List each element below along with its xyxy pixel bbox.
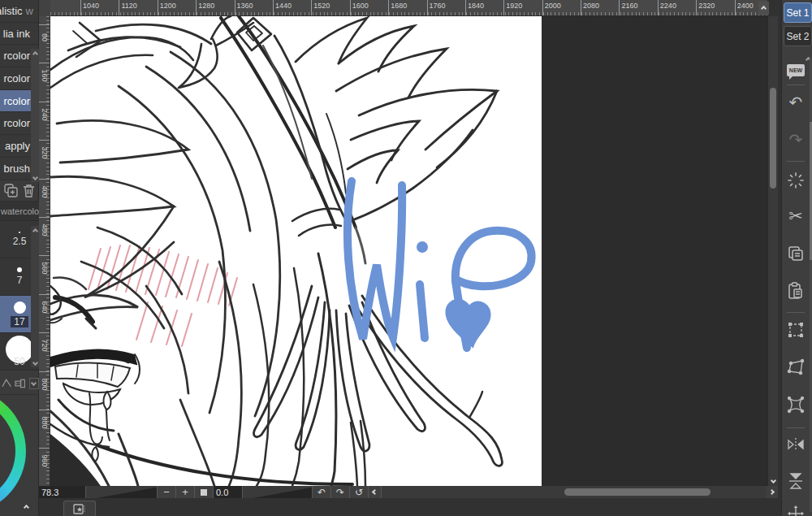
distort-icon[interactable] [784,356,807,379]
brush-section-header: watercolo [0,202,39,221]
zoom-out-button[interactable]: − [158,486,176,498]
brush-list-scrollbar[interactable] [31,49,39,182]
divider [787,161,805,162]
ruler-label: 1120 [119,0,157,16]
window-icon [73,504,86,514]
right-toolbar: Set 1Set 2 NEW ↶ ↷ ✂ [781,0,812,516]
size-list-scrollbar[interactable] [31,226,39,367]
brush-label: lia ink [3,28,30,40]
brush-label: rcolor [3,50,30,62]
ruler-label: 1680 [388,0,426,16]
ruler-label: 1920 [503,0,542,16]
brush-panel: alistic w lia ink rcolor rcolor rcolor r… [0,0,39,516]
section-label: watercolo [1,206,39,216]
scroll-down-button[interactable] [768,475,779,486]
color-wheel[interactable] [0,388,26,514]
stamp-icon[interactable] [15,379,25,388]
dropdown-chevron[interactable] [29,378,39,389]
sparkle-icon[interactable] [784,169,807,192]
status-bar: 78.3 − + 0.0 ↶ ↷ ↺ [39,486,778,498]
ruler-label: 2160 [619,0,657,16]
ruler-label: 1280 [196,0,234,16]
flip-vertical-icon[interactable] [784,470,807,492]
horizontal-scrollbar-thumb[interactable] [564,488,710,496]
triangle-icon[interactable] [2,378,11,388]
brush-actions [0,180,39,202]
rotate-reset-button[interactable]: ↺ [350,486,369,498]
ruler-label: 2080 [581,0,619,16]
taskbar-window-button[interactable] [63,501,96,516]
set-tab-button[interactable]: Set 1 [784,2,812,23]
drawing-canvas[interactable] [50,16,542,486]
ruler-label: 640 [39,294,50,332]
move-icon[interactable] [784,502,807,516]
divider [787,427,805,428]
fit-view-button[interactable] [195,486,214,498]
rotate-ccw-button[interactable]: ↶ [313,486,331,498]
ruler-label: 1520 [311,0,349,16]
ruler-label: 160 [39,63,50,101]
ruler-label: 720 [39,332,50,371]
flip-horizontal-icon[interactable] [784,433,807,456]
brush-size-value: 2.5 [13,236,27,247]
ruler-label: 320 [39,140,50,178]
ruler-label: 1440 [273,0,311,16]
ruler-label: 960 [39,448,50,486]
zoom-value: 78.3 [39,486,86,498]
horizontal-scrollbar[interactable] [382,486,766,498]
ruler-label: 1600 [350,0,388,16]
expand-panel-chevron[interactable] [19,501,32,513]
scroll-right-button[interactable] [766,486,778,498]
heart-doodle [447,300,490,346]
vertical-scrollbar-thumb[interactable] [770,88,776,189]
zoom-in-button[interactable]: + [176,486,195,498]
brush-label: rcolor [3,95,30,107]
zoom-slider[interactable] [86,486,158,498]
scissors-icon[interactable]: ✂ [784,205,807,228]
scroll-up-icon[interactable] [31,49,39,59]
divider [787,312,805,313]
ruler-corner [39,0,50,16]
duplicate-brush-icon[interactable] [4,184,18,197]
bottom-taskbar [39,498,781,516]
ruler-label: 560 [39,255,50,293]
body-lines [97,209,352,486]
vertical-scrollbar[interactable] [767,16,778,486]
ruler-label: 2000 [542,0,581,16]
new-canvas-icon[interactable]: NEW [784,59,807,81]
scroll-up-button[interactable] [758,2,769,15]
brush-size-value: 7 [17,275,23,286]
paste-icon[interactable] [784,280,807,302]
teeth [55,363,130,387]
ruler-label: 880 [39,410,50,448]
scroll-down-icon[interactable] [31,358,39,367]
scroll-up-icon[interactable] [31,226,39,236]
ruler-label: 1200 [158,0,196,16]
mesh-warp-icon[interactable] [784,393,807,416]
trash-icon[interactable] [23,184,35,197]
set-tab-button[interactable]: Set 2 [784,26,812,46]
brush-size-dot [19,232,20,233]
brush-list-item[interactable]: alistic w [0,0,38,23]
brush-size-dot [17,267,22,272]
brush-label-suffix: w [26,5,33,17]
undo-icon[interactable]: ↶ [784,91,807,114]
artwork-lineart [50,16,542,486]
ruler-label: 80 [39,24,50,63]
collapse-left-button[interactable] [369,486,382,498]
rotate-cw-button[interactable]: ↷ [331,486,350,498]
rotation-slider[interactable] [243,486,313,498]
upper-wing [263,18,497,223]
horizontal-ruler: 1040112012001280136014401520160016801760… [39,0,767,16]
redo-icon[interactable]: ↷ [784,128,807,151]
divider [787,85,805,85]
copy-icon[interactable] [784,242,807,265]
transform-icon[interactable] [784,319,807,341]
ruler-label: 2320 [696,0,734,16]
brush-list-item[interactable]: lia ink [0,23,38,46]
hair-strands [50,24,280,486]
color-wheel-center [0,399,15,503]
brush-label: rcolor [3,72,30,85]
brush-label: alistic [0,5,23,17]
canvas-viewport[interactable] [50,16,767,486]
